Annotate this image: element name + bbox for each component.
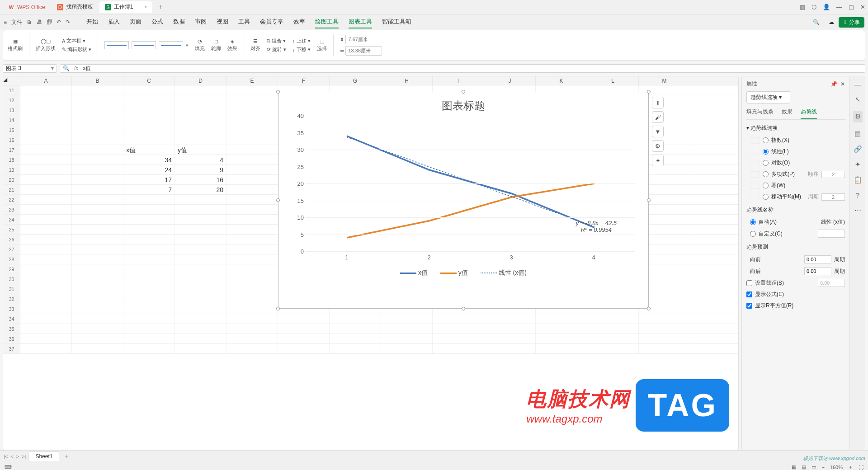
cell[interactable] xyxy=(72,105,123,115)
view-page-icon[interactable]: ▤ xyxy=(802,464,806,470)
cell[interactable] xyxy=(175,264,226,274)
cell[interactable] xyxy=(226,254,278,264)
minimize-button[interactable]: — xyxy=(836,4,842,10)
cell[interactable] xyxy=(20,235,72,244)
prev-sheet-icon[interactable]: < xyxy=(10,454,13,459)
resize-handle[interactable] xyxy=(276,198,280,202)
column-header[interactable]: L xyxy=(587,76,639,85)
cell[interactable] xyxy=(20,145,72,155)
cell[interactable] xyxy=(123,135,175,145)
cell[interactable] xyxy=(175,284,226,294)
outline-button[interactable]: ◻轮廓 xyxy=(211,38,221,52)
cell[interactable] xyxy=(123,274,175,284)
cell[interactable]: 34 xyxy=(123,155,175,164)
cell[interactable] xyxy=(20,225,72,234)
resize-handle[interactable] xyxy=(647,90,651,94)
cell[interactable] xyxy=(330,324,381,334)
cell[interactable] xyxy=(72,175,123,184)
tab-workbook[interactable]: S 工作簿1 • xyxy=(99,1,152,13)
effect-button[interactable]: ◈效果 xyxy=(227,38,237,52)
cell[interactable] xyxy=(175,254,226,264)
intercept-input[interactable] xyxy=(818,279,845,287)
cell[interactable] xyxy=(20,274,72,284)
name-auto[interactable]: 自动(A)线性 (x值) xyxy=(746,216,845,228)
cell[interactable] xyxy=(20,344,72,353)
trendline-equation[interactable]: y = -8.8x + 42.5 R² = 0.9954 xyxy=(576,220,617,233)
row-header[interactable]: 26 xyxy=(3,235,20,244)
cell[interactable] xyxy=(72,314,123,324)
row-header[interactable]: 15 xyxy=(3,125,20,135)
cell[interactable]: 17 xyxy=(123,175,175,184)
cell[interactable] xyxy=(72,145,123,155)
select-button[interactable]: ⬚选择 xyxy=(317,38,327,52)
cell[interactable] xyxy=(72,165,123,174)
cell[interactable] xyxy=(226,205,278,214)
cell[interactable] xyxy=(123,205,175,214)
cell[interactable] xyxy=(72,135,123,145)
cell[interactable] xyxy=(278,344,330,353)
cell[interactable] xyxy=(72,264,123,274)
format-painter-button[interactable]: ▦格式刷 xyxy=(8,38,23,52)
tab-menu-icon[interactable]: • xyxy=(145,4,146,10)
cell[interactable] xyxy=(330,334,381,343)
row-header[interactable]: 12 xyxy=(3,95,20,105)
app-menu-icon[interactable]: ▥ xyxy=(800,4,805,10)
chart-object[interactable]: ⫿ 🖌 ▼ ⚙ ✦ 图表标题 0510152025303540 y = -8.8… xyxy=(278,92,649,309)
cloud-icon[interactable]: ☁ xyxy=(829,19,834,25)
cell[interactable] xyxy=(433,344,484,353)
cell[interactable] xyxy=(20,244,72,254)
row-header[interactable]: 23 xyxy=(3,205,20,214)
cell[interactable] xyxy=(20,284,72,294)
cell[interactable] xyxy=(123,195,175,204)
cell[interactable] xyxy=(226,85,278,95)
resize-handle[interactable] xyxy=(276,307,280,310)
tab-template[interactable]: D 找稻壳模板 xyxy=(52,1,99,13)
cell[interactable] xyxy=(175,294,226,304)
resize-handle[interactable] xyxy=(462,90,465,94)
cell[interactable] xyxy=(175,344,226,353)
edit-shape-button[interactable]: ✎编辑形状▾ xyxy=(62,46,91,53)
opt-exponential[interactable]: 指数(X) xyxy=(746,135,845,146)
cell[interactable] xyxy=(175,125,226,135)
line-style-1[interactable] xyxy=(104,41,129,49)
cell[interactable] xyxy=(20,155,72,164)
select-tool-icon[interactable]: ↖ xyxy=(855,95,861,103)
cell[interactable] xyxy=(123,304,175,314)
cell[interactable] xyxy=(123,215,175,224)
text-box-button[interactable]: A文本框▾ xyxy=(62,38,91,44)
first-sheet-icon[interactable]: |< xyxy=(4,454,8,459)
row-header[interactable]: 19 xyxy=(3,165,20,174)
cell[interactable] xyxy=(381,344,433,353)
cell[interactable] xyxy=(175,324,226,334)
opt-moving-average[interactable]: 移动平均(M) 周期 2 xyxy=(746,191,845,202)
cell[interactable] xyxy=(20,175,72,184)
cell[interactable] xyxy=(123,115,175,125)
cell[interactable] xyxy=(72,225,123,234)
cell[interactable] xyxy=(123,125,175,135)
tab-wps-office[interactable]: W WPS Office xyxy=(3,2,51,12)
name-custom[interactable]: 自定义(C) xyxy=(746,228,845,240)
menu-item[interactable]: 审阅 xyxy=(195,16,207,28)
spreadsheet-area[interactable]: ◢ ABCDEFGHIJKLM 11121314151617x值y值183441… xyxy=(3,76,739,450)
cell[interactable] xyxy=(72,205,123,214)
cell[interactable] xyxy=(175,314,226,324)
menu-item[interactable]: 图表工具 xyxy=(349,16,372,28)
cell[interactable] xyxy=(226,135,278,145)
cell[interactable]: x值 xyxy=(123,145,175,155)
row-header[interactable]: 22 xyxy=(3,195,20,204)
cell[interactable] xyxy=(123,254,175,264)
cell[interactable] xyxy=(587,314,639,324)
cell[interactable] xyxy=(72,95,123,105)
cell[interactable] xyxy=(278,334,330,343)
cell[interactable] xyxy=(175,195,226,204)
cell[interactable]: 20 xyxy=(175,185,226,194)
cell[interactable] xyxy=(226,284,278,294)
cell[interactable] xyxy=(175,95,226,105)
undo-icon[interactable]: ↶ xyxy=(57,19,61,25)
cell[interactable] xyxy=(72,185,123,194)
cell[interactable] xyxy=(72,324,123,334)
panel-tab[interactable]: 填充与线条 xyxy=(746,108,774,119)
cell[interactable] xyxy=(433,324,484,334)
add-tab-button[interactable]: ＋ xyxy=(157,2,164,12)
resize-handle[interactable] xyxy=(647,198,651,202)
